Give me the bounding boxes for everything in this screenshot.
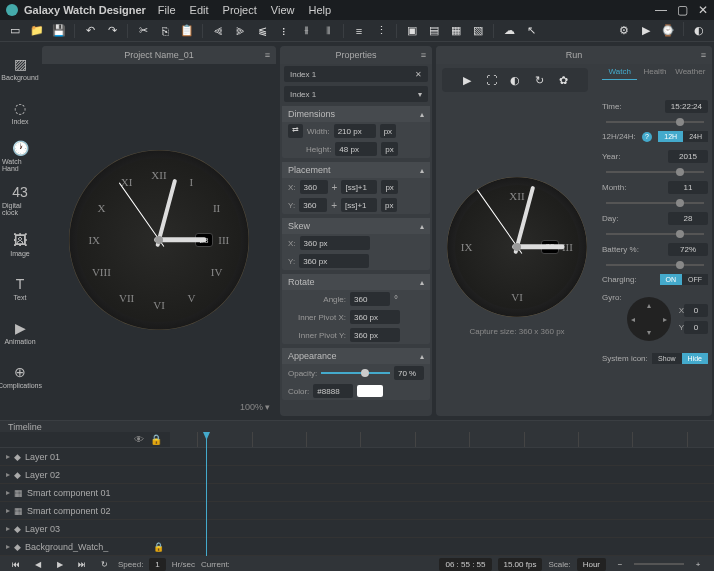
maximize-button[interactable]: ▢ (677, 3, 688, 17)
tool-dist-h[interactable]: ≡ (350, 22, 368, 40)
panel-menu-icon[interactable]: ≡ (421, 50, 426, 60)
sysicon-hide[interactable]: Hide (682, 353, 708, 364)
month-slider[interactable] (606, 202, 704, 204)
menu-file[interactable]: File (158, 4, 176, 16)
index-select-1[interactable]: Index 1✕ (284, 66, 428, 82)
tl-forward[interactable]: ⏭ (74, 556, 90, 571)
lock-icon[interactable]: 🔒 (150, 434, 162, 445)
tool-weather[interactable]: ☁ (500, 22, 518, 40)
help-icon[interactable]: ? (642, 132, 652, 142)
tool-complications[interactable]: ⊕Complications (2, 356, 38, 396)
opacity-value[interactable] (394, 366, 424, 380)
tool-dist-v[interactable]: ⋮ (372, 22, 390, 40)
sysicon-show[interactable]: Show (652, 353, 682, 364)
play-button[interactable]: ▶ (458, 71, 476, 89)
layer-lock-icon[interactable]: 🔒 (153, 542, 164, 552)
day-slider[interactable] (606, 233, 704, 235)
gear-button[interactable]: ✿ (554, 71, 572, 89)
charging-off[interactable]: OFF (682, 274, 708, 285)
tool-theme[interactable]: ◐ (690, 22, 708, 40)
tool-image[interactable]: 🖼Image (2, 224, 38, 264)
layer-item[interactable]: ▸▦Smart component 02 (0, 502, 170, 520)
time-slider[interactable] (606, 121, 704, 123)
timeline-tracks[interactable] (170, 432, 714, 556)
battery-slider[interactable] (606, 264, 704, 266)
index-select-2[interactable]: Index 1▾ (284, 86, 428, 102)
skew-x-input[interactable] (300, 236, 370, 250)
layer-item[interactable]: ▸▦Smart component 01 (0, 484, 170, 502)
tool-device[interactable]: ⌚ (659, 22, 677, 40)
place-x-input[interactable] (300, 180, 328, 194)
pivot-x-input[interactable] (350, 310, 400, 324)
watch-face-canvas[interactable]: XII I II III IV V VI VII VIII IX X XI 28 (69, 150, 249, 330)
tl-back[interactable]: ◀ (30, 556, 46, 571)
scale-value[interactable]: Hour (577, 558, 606, 571)
width-unit[interactable]: px (380, 124, 396, 138)
speed-value[interactable]: 1 (149, 558, 165, 571)
aod-button[interactable]: ◐ (506, 71, 524, 89)
menu-view[interactable]: View (271, 4, 295, 16)
refresh-button[interactable]: ↻ (530, 71, 548, 89)
tl-play[interactable]: ▶ (52, 556, 68, 571)
tool-watch-hand[interactable]: 🕐Watch Hand (2, 136, 38, 176)
tool-animation[interactable]: ▶Animation (2, 312, 38, 352)
12h-button[interactable]: 12H (658, 131, 683, 142)
panel-menu-icon[interactable]: ≡ (701, 50, 706, 60)
tl-loop[interactable]: ↻ (96, 556, 112, 571)
zoom-out-icon[interactable]: − (612, 556, 628, 571)
width-input[interactable] (334, 124, 376, 138)
layer-item[interactable]: ▸◆Layer 02 (0, 466, 170, 484)
tool-copy[interactable]: ⎘ (156, 22, 174, 40)
tool-align-left[interactable]: ⫷ (209, 22, 227, 40)
tool-settings[interactable]: ⚙ (615, 22, 633, 40)
tool-new[interactable]: ▭ (6, 22, 24, 40)
playhead[interactable] (206, 432, 207, 556)
tl-zoom-slider[interactable] (634, 563, 684, 565)
height-unit[interactable]: px (381, 142, 397, 156)
capture-button[interactable]: ⛶ (482, 71, 500, 89)
year-slider[interactable] (606, 171, 704, 173)
place-x-seq[interactable] (341, 180, 377, 194)
tool-cursor[interactable]: ↖ (522, 22, 540, 40)
place-y-seq[interactable] (341, 198, 377, 212)
tab-watch[interactable]: Watch (602, 64, 637, 80)
visibility-icon[interactable]: 👁 (134, 434, 144, 445)
tool-redo[interactable]: ↷ (103, 22, 121, 40)
tool-index[interactable]: ◌Index (2, 92, 38, 132)
tool-undo[interactable]: ↶ (81, 22, 99, 40)
height-input[interactable] (335, 142, 377, 156)
tool-digital-clock[interactable]: 43Digital clock (2, 180, 38, 220)
tool-align-right[interactable]: ⫹ (253, 22, 271, 40)
close-button[interactable]: ✕ (698, 3, 708, 17)
tool-build[interactable]: ▶ (637, 22, 655, 40)
tool-text[interactable]: TText (2, 268, 38, 308)
tab-weather[interactable]: Weather (673, 64, 708, 80)
charging-on[interactable]: ON (660, 274, 683, 285)
menu-edit[interactable]: Edit (190, 4, 209, 16)
link-dimensions-icon[interactable]: ⇄ (288, 124, 303, 138)
zoom-dropdown-icon[interactable]: ▾ (265, 402, 270, 412)
layer-item[interactable]: ▸◆Layer 01 (0, 448, 170, 466)
panel-menu-icon[interactable]: ≡ (265, 50, 270, 60)
tool-cut[interactable]: ✂ (134, 22, 152, 40)
tool-open[interactable]: 📁 (28, 22, 46, 40)
layer-item[interactable]: ▸◆Background_Watch_🔒 (0, 538, 170, 556)
tool-align-top[interactable]: ⫶ (275, 22, 293, 40)
color-swatch[interactable] (357, 385, 383, 397)
tab-health[interactable]: Health (637, 64, 672, 80)
tool-group[interactable]: ▦ (447, 22, 465, 40)
tl-rewind[interactable]: ⏮ (8, 556, 24, 571)
tool-align-center-h[interactable]: ⫸ (231, 22, 249, 40)
tool-align-middle[interactable]: ⫵ (297, 22, 315, 40)
gyro-dpad[interactable]: ▴ ▾ ◂ ▸ (627, 297, 671, 341)
menu-project[interactable]: Project (223, 4, 257, 16)
tool-send-back[interactable]: ▣ (403, 22, 421, 40)
color-input[interactable] (313, 384, 353, 398)
zoom-in-icon[interactable]: + (690, 556, 706, 571)
layer-item[interactable]: ▸◆Layer 03 (0, 520, 170, 538)
menu-help[interactable]: Help (308, 4, 331, 16)
skew-y-input[interactable] (299, 254, 369, 268)
tool-background[interactable]: ▨Background (2, 48, 38, 88)
24h-button[interactable]: 24H (683, 131, 708, 142)
tool-align-bottom[interactable]: ⫴ (319, 22, 337, 40)
